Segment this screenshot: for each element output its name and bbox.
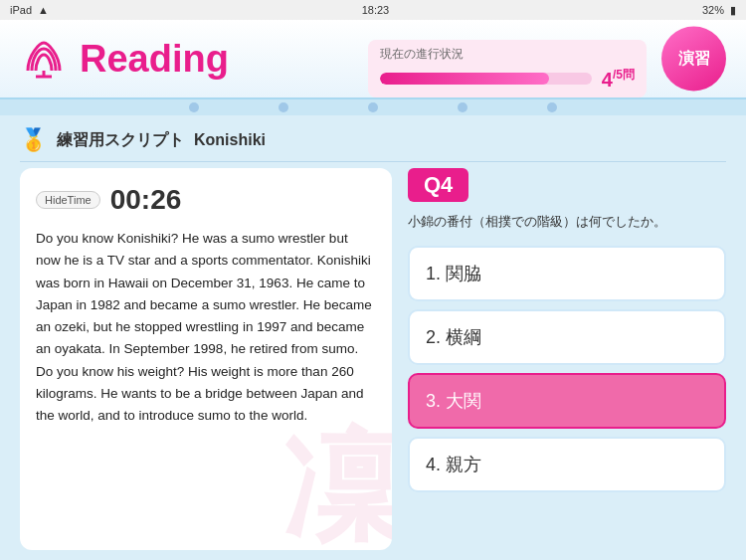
wifi-icon: ▲	[38, 4, 49, 16]
medal-icon: 🥇	[20, 127, 47, 153]
passage-text: Do you know Konishiki? He was a sumo wre…	[36, 228, 376, 427]
question-badge: Q4	[408, 168, 468, 202]
progress-bar-row: 4/5問	[380, 67, 635, 92]
header: Reading 現在の進行状況 4/5問 演習	[0, 20, 746, 99]
answer-option-4[interactable]: 4. 親方	[408, 437, 726, 492]
status-right: 32% ▮	[702, 4, 736, 17]
connector-dot-5	[547, 102, 557, 112]
connector-dot-4	[458, 102, 467, 112]
answer-option-2[interactable]: 2. 横綱	[408, 309, 726, 365]
enshu-button[interactable]: 演習	[661, 27, 726, 92]
connector-dot-1	[189, 102, 199, 112]
timer-display: 00:26	[110, 184, 182, 216]
section-name: Konishiki	[194, 131, 266, 149]
ipad-label: iPad	[10, 4, 32, 16]
battery-label: 32%	[702, 4, 724, 16]
content-split: HideTime 00:26 Do you know Konishiki? He…	[20, 168, 726, 550]
progress-fill	[380, 73, 549, 85]
status-time: 18:23	[362, 4, 390, 16]
answer-option-3[interactable]: 3. 大関	[408, 373, 726, 429]
connector-dot-3	[368, 102, 378, 112]
connector-row	[0, 99, 746, 115]
qa-panel: Q4 小錦の番付（相撲での階級）は何でしたか。 1. 関脇 2. 横綱 3. 大…	[408, 168, 726, 550]
progress-label: 現在の進行状況	[380, 46, 635, 63]
header-title: Reading	[80, 38, 229, 81]
status-left: iPad ▲	[10, 4, 49, 16]
passage-panel: HideTime 00:26 Do you know Konishiki? He…	[20, 168, 392, 550]
status-bar: iPad ▲ 18:23 32% ▮	[0, 0, 746, 20]
question-text: 小錦の番付（相撲での階級）は何でしたか。	[408, 212, 726, 232]
progress-panel: 現在の進行状況 4/5問	[368, 40, 647, 97]
hide-time-button[interactable]: HideTime	[36, 191, 100, 209]
connector-dot-2	[279, 102, 288, 112]
logo-icon	[20, 35, 68, 83]
progress-track	[380, 73, 592, 85]
answer-option-1[interactable]: 1. 関脇	[408, 246, 726, 301]
timer-row: HideTime 00:26	[36, 184, 376, 216]
section-title: 練習用スクリプト	[57, 130, 184, 151]
progress-count: 4/5問	[602, 67, 635, 92]
battery-icon: ▮	[730, 4, 736, 17]
section-header: 🥇 練習用スクリプト Konishiki	[20, 115, 726, 162]
header-logo: Reading	[20, 35, 229, 83]
watermark: 凜	[282, 408, 392, 550]
main-content: 🥇 練習用スクリプト Konishiki HideTime 00:26 Do y…	[0, 115, 746, 560]
